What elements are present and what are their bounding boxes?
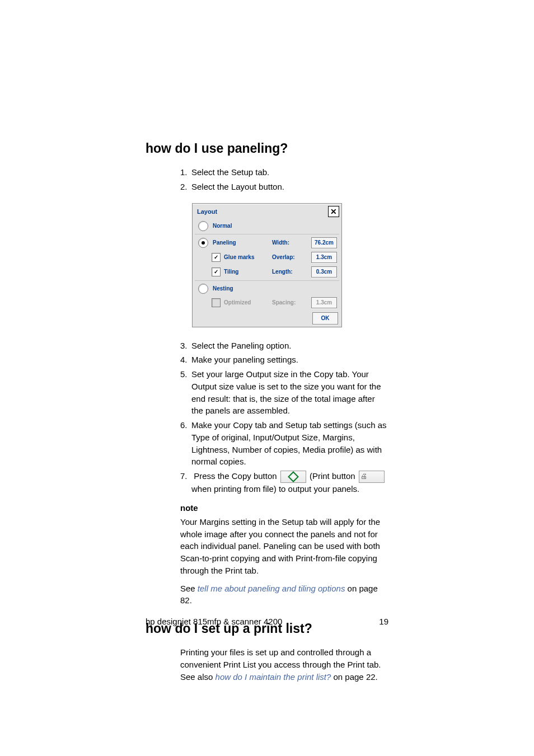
close-icon: ✕ — [330, 208, 337, 215]
label-glue-marks: Glue marks — [224, 254, 254, 260]
step-6-text: Make your Copy tab and Setup tab setting… — [191, 420, 387, 466]
see-link[interactable]: tell me about paneling and tiling option… — [198, 584, 345, 593]
print-button-icon: 🖨 — [359, 471, 385, 483]
copy-button-icon — [280, 471, 306, 483]
printlist-link[interactable]: how do I maintain the print list? — [216, 672, 331, 682]
label-width: Width: — [272, 240, 289, 246]
step-2-text: Select the Layout button. — [191, 182, 284, 191]
checkbox-glue-marks[interactable] — [212, 253, 221, 262]
layout-dialog: Layout ✕ Normal Paneling Width: 76.2cm — [192, 203, 342, 327]
label-nesting: Nesting — [213, 285, 233, 292]
step-2: 2.Select the Layout button. — [180, 181, 388, 193]
step-3-text: Select the Paneling option. — [191, 341, 291, 350]
field-length[interactable]: 0.3cm — [311, 266, 337, 278]
close-button[interactable]: ✕ — [328, 206, 339, 217]
checkbox-optimized — [212, 298, 221, 307]
step-4-text: Make your paneling settings. — [191, 355, 298, 364]
label-tiling: Tiling — [224, 269, 238, 275]
dialog-title: Layout — [197, 208, 217, 215]
label-spacing: Spacing: — [272, 299, 296, 306]
label-paneling: Paneling — [213, 240, 236, 246]
radio-nesting[interactable] — [198, 284, 208, 294]
field-overlap[interactable]: 1.3cm — [311, 252, 337, 263]
step-1: 1.Select the Setup tab. — [180, 166, 388, 179]
checkbox-tiling[interactable] — [212, 267, 221, 276]
steps-list-2: 3.Select the Paneling option. 4.Make you… — [180, 340, 388, 495]
step-3: 3.Select the Paneling option. — [180, 340, 388, 352]
see-pre: See — [180, 584, 198, 593]
heading-paneling: how do I use paneling? — [146, 141, 388, 156]
diamond-icon — [288, 471, 299, 482]
step-5: 5.Set your large Output size in the Copy… — [180, 368, 388, 417]
step-7-text-a: Press the Copy button — [194, 471, 277, 481]
label-normal: Normal — [213, 223, 232, 229]
step-6: 6.Make your Copy tab and Setup tab setti… — [180, 419, 388, 468]
radio-normal[interactable] — [198, 221, 208, 231]
label-optimized: Optimized — [224, 299, 251, 306]
label-overlap: Overlap: — [272, 254, 295, 260]
field-spacing: 1.3cm — [311, 297, 337, 308]
step-7-text-c: when printing from file) to output your … — [191, 484, 359, 494]
footer-left: hp designjet 815mfp & scanner 4200 — [146, 617, 282, 626]
footer-page-number: 19 — [379, 617, 388, 626]
radio-paneling[interactable] — [198, 238, 208, 248]
field-width[interactable]: 76.2cm — [311, 237, 337, 248]
note-body: Your Margins setting in the Setup tab wi… — [180, 516, 388, 577]
step-5-text: Set your large Output size in the Copy t… — [191, 369, 381, 415]
step-7: 7. Press the Copy button (Print button 🖨… — [180, 470, 388, 495]
steps-list-1: 1.Select the Setup tab. 2.Select the Lay… — [180, 166, 388, 193]
label-length: Length: — [272, 269, 293, 275]
note-heading: note — [180, 503, 388, 513]
printlist-post: on page 22. — [331, 672, 377, 682]
ok-button[interactable]: OK — [312, 312, 338, 325]
step-7-text-b: (Print button — [310, 471, 355, 481]
note-see: See tell me about paneling and tiling op… — [180, 583, 388, 607]
printlist-body: Printing your files is set up and contro… — [180, 646, 388, 683]
step-1-text: Select the Setup tab. — [191, 167, 269, 177]
step-4: 4.Make your paneling settings. — [180, 354, 388, 366]
